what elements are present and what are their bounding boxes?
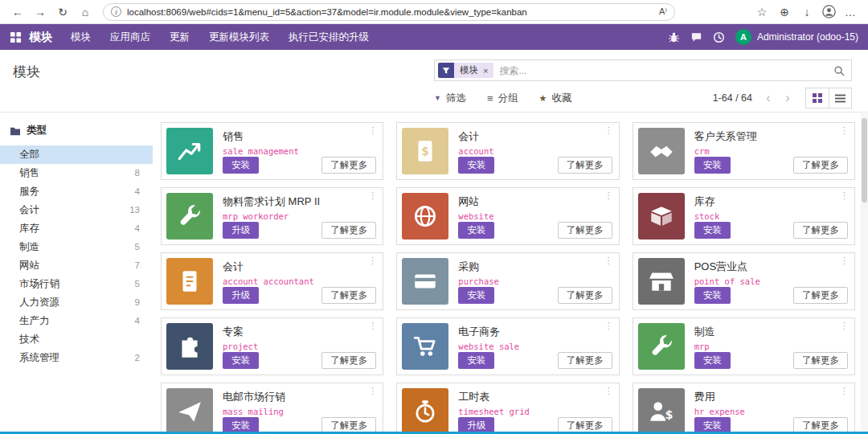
sidebar-item[interactable]: 会计 13 (0, 201, 153, 219)
read-aloud-icon[interactable]: A⁾ (659, 6, 667, 17)
install-button[interactable]: 升级 (223, 287, 259, 304)
learn-more-button[interactable]: 了解更多 (321, 287, 376, 304)
scrollbar-thumb[interactable] (862, 118, 867, 203)
install-button[interactable]: 安装 (694, 352, 731, 369)
home-icon[interactable]: ⌂ (76, 2, 95, 22)
kebab-menu-icon[interactable]: ⋮ (604, 321, 613, 331)
navbar-menu-item[interactable]: 执行已安排的升级 (280, 27, 378, 48)
kebab-menu-icon[interactable]: ⋮ (840, 256, 849, 266)
learn-more-button[interactable]: 了解更多 (793, 287, 848, 304)
learn-more-button[interactable]: 了解更多 (558, 287, 612, 304)
activities-clock-icon[interactable] (713, 31, 725, 43)
sidebar-item[interactable]: 销售 8 (0, 164, 153, 182)
page-info-icon[interactable]: i (111, 6, 121, 17)
kebab-menu-icon[interactable]: ⋮ (604, 386, 613, 396)
list-view-button[interactable] (829, 88, 851, 108)
sidebar-item[interactable]: 人力资源 9 (0, 293, 153, 312)
install-button[interactable]: 安装 (694, 157, 731, 174)
favorites-button[interactable]: ★ 收藏 (539, 92, 572, 105)
app-name[interactable]: 模块 (29, 30, 52, 45)
sidebar-item[interactable]: 制造 5 (0, 238, 153, 256)
scrollbar-track[interactable] (861, 113, 868, 432)
module-card[interactable]: 网站 website 安装 了解更多 ⋮ (396, 187, 619, 245)
module-card[interactable]: 电子商务 website_sale 安装 了解更多 ⋮ (396, 317, 619, 375)
kebab-menu-icon[interactable]: ⋮ (840, 125, 849, 136)
module-card[interactable]: $ 费用 hr_expense 安装 了解更多 ⋮ (633, 383, 855, 434)
search-facet[interactable]: 模块 × (438, 63, 493, 78)
sidebar-item[interactable]: 全部 (0, 145, 153, 164)
module-card[interactable]: 会计 account_accountant 升级 了解更多 ⋮ (161, 252, 383, 310)
learn-more-button[interactable]: 了解更多 (321, 222, 376, 239)
sidebar-item[interactable]: 服务 4 (0, 182, 153, 201)
kebab-menu-icon[interactable]: ⋮ (368, 321, 377, 331)
install-button[interactable]: 安装 (458, 157, 494, 174)
messages-icon[interactable] (690, 31, 702, 43)
install-button[interactable]: 安装 (223, 352, 259, 369)
module-card[interactable]: 专案 project 安装 了解更多 ⋮ (161, 317, 383, 375)
back-icon[interactable]: ← (8, 2, 27, 22)
navbar-menu-item[interactable]: 模块 (62, 27, 100, 48)
address-bar[interactable]: i localhost:8069/web#cids=1&menu_id=5&ac… (103, 3, 675, 21)
module-card[interactable]: 电邮市场行销 mass_mailing 安装 了解更多 ⋮ (161, 383, 383, 434)
browser-profile-icon[interactable] (820, 3, 837, 21)
user-avatar[interactable]: A (735, 29, 751, 45)
search-icon[interactable] (833, 65, 845, 76)
filters-button[interactable]: ▼ 筛选 (434, 92, 466, 105)
apps-menu-icon[interactable] (10, 31, 22, 43)
learn-more-button[interactable]: 了解更多 (558, 157, 612, 174)
kebab-menu-icon[interactable]: ⋮ (840, 190, 849, 201)
pager-next-icon[interactable]: › (781, 92, 794, 104)
module-card[interactable]: 物料需求计划 MRP II mrp_workorder 升级 了解更多 ⋮ (161, 187, 383, 245)
module-card[interactable]: 制造 mrp 安装 了解更多 ⋮ (633, 317, 855, 375)
search-input[interactable] (499, 65, 828, 76)
sidebar-item[interactable]: 网站 7 (0, 256, 153, 275)
learn-more-button[interactable]: 了解更多 (793, 222, 848, 239)
learn-more-button[interactable]: 了解更多 (321, 352, 376, 369)
kebab-menu-icon[interactable]: ⋮ (604, 256, 613, 266)
learn-more-button[interactable]: 了解更多 (793, 157, 848, 174)
kebab-menu-icon[interactable]: ⋮ (368, 256, 377, 266)
debug-bug-icon[interactable] (668, 31, 680, 43)
kebab-menu-icon[interactable]: ⋮ (368, 386, 377, 396)
collections-icon[interactable]: ⊕ (775, 2, 794, 22)
sidebar-item[interactable]: 市场行销 5 (0, 275, 153, 293)
kebab-menu-icon[interactable]: ⋮ (368, 190, 377, 201)
module-card[interactable]: 销售 sale_management 安装 了解更多 ⋮ (161, 122, 383, 180)
install-button[interactable]: 安装 (694, 287, 731, 304)
install-button[interactable]: 安装 (458, 287, 494, 304)
module-card[interactable]: 工时表 timesheet_grid 升级 了解更多 ⋮ (396, 383, 619, 434)
kebab-menu-icon[interactable]: ⋮ (604, 125, 613, 136)
module-card[interactable]: POS营业点 point_of_sale 安装 了解更多 ⋮ (633, 252, 855, 310)
search-bar[interactable]: 模块 × (434, 59, 852, 81)
module-card[interactable]: 客户关系管理 crm 安装 了解更多 ⋮ (633, 122, 855, 180)
kebab-menu-icon[interactable]: ⋮ (840, 386, 849, 396)
forward-icon[interactable]: → (31, 2, 50, 22)
user-name[interactable]: Administrator (odoo-15) (757, 31, 858, 43)
facet-remove-icon[interactable]: × (483, 66, 488, 76)
sidebar-item[interactable]: 生产力 4 (0, 312, 153, 330)
browser-settings-icon[interactable]: … (841, 2, 860, 22)
install-button[interactable]: 升级 (223, 222, 259, 239)
module-card[interactable]: 采购 purchase 安装 了解更多 ⋮ (396, 252, 619, 310)
groupby-button[interactable]: ≡ 分组 (487, 92, 518, 105)
navbar-menu-item[interactable]: 更新 (161, 27, 199, 48)
learn-more-button[interactable]: 了解更多 (793, 352, 848, 369)
install-button[interactable]: 安装 (223, 157, 259, 174)
sidebar-item[interactable]: 技术 (0, 330, 153, 349)
refresh-icon[interactable]: ↻ (53, 2, 72, 22)
pager-previous-icon[interactable]: ‹ (762, 92, 775, 104)
learn-more-button[interactable]: 了解更多 (321, 157, 376, 174)
module-card[interactable]: $ 会计 account 安装 了解更多 ⋮ (396, 122, 619, 180)
sidebar-item[interactable]: 库存 4 (0, 219, 153, 238)
install-button[interactable]: 安装 (694, 222, 731, 239)
learn-more-button[interactable]: 了解更多 (558, 222, 612, 239)
navbar-menu-item[interactable]: 更新模块列表 (200, 27, 278, 48)
module-card[interactable]: 库存 stock 安装 了解更多 ⋮ (633, 187, 855, 245)
sidebar-item[interactable]: 系统管理 2 (0, 349, 153, 367)
kebab-menu-icon[interactable]: ⋮ (604, 190, 613, 201)
favorites-icon[interactable]: ☆ (752, 2, 772, 22)
install-button[interactable]: 安装 (458, 222, 494, 239)
kanban-view-button[interactable] (806, 88, 829, 108)
learn-more-button[interactable]: 了解更多 (558, 352, 612, 369)
install-button[interactable]: 安装 (458, 352, 494, 369)
